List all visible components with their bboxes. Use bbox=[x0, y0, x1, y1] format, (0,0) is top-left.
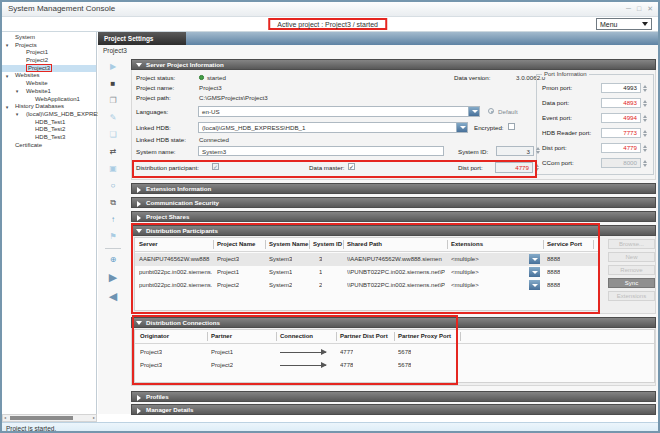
participant-row-project2[interactable]: punbt022pc.in002.siemens.net Project2 Sy… bbox=[135, 279, 599, 292]
col-partner-proxy-port: Partner Proxy Port bbox=[398, 333, 451, 339]
dropdown-arrow-icon[interactable] bbox=[468, 107, 479, 116]
event-port-field[interactable]: 4994 bbox=[601, 113, 641, 123]
section-communication-security[interactable]: Communication Security bbox=[131, 197, 656, 208]
status-bar: Project is started. bbox=[2, 422, 658, 433]
subtab-project3[interactable]: Project3 bbox=[103, 47, 127, 54]
dropdown-arrow-icon[interactable] bbox=[456, 123, 467, 132]
tree-item-website[interactable]: Website bbox=[2, 80, 96, 88]
distribution-participants-body: Server Project Name System Name System I… bbox=[131, 236, 656, 314]
plus-circle-icon[interactable]: ⊕ bbox=[103, 253, 123, 266]
spinner-icon[interactable] bbox=[643, 113, 648, 124]
extensions-dropdown-icon[interactable] bbox=[529, 280, 540, 290]
tree-item-system[interactable]: System bbox=[2, 34, 96, 42]
participant-row-project3[interactable]: AAENPU746562W.ww888 Project3 System3 3 \… bbox=[135, 253, 599, 266]
data-master-checkbox[interactable]: ✓ bbox=[348, 163, 355, 170]
arrow-up-icon[interactable]: ↑ bbox=[103, 213, 123, 226]
scroll-left-icon[interactable]: ◂ bbox=[4, 415, 6, 421]
section-server-project-information[interactable]: Server Project Information bbox=[131, 59, 656, 70]
section-extension-information[interactable]: Extension Information bbox=[131, 183, 656, 194]
spinner-icon[interactable] bbox=[643, 83, 648, 94]
section-profiles[interactable]: Profiles bbox=[131, 391, 656, 402]
spinner-icon[interactable] bbox=[536, 145, 541, 156]
circle-icon[interactable]: ○ bbox=[103, 179, 123, 192]
col-system-name: System Name bbox=[269, 241, 308, 247]
dist-port-field[interactable]: 4779 bbox=[495, 162, 533, 173]
network-icon[interactable]: ⧉ bbox=[103, 196, 123, 209]
scrollbar-thumb[interactable] bbox=[10, 416, 73, 420]
extensions-dropdown-icon[interactable] bbox=[529, 254, 540, 264]
menu-dropdown[interactable]: Menu bbox=[596, 18, 652, 30]
close-icon[interactable]: ✕ bbox=[647, 3, 653, 15]
connection-row-1[interactable]: Project3 Project1 4777 5678 bbox=[135, 347, 599, 360]
system-name-input[interactable]: System3 bbox=[198, 146, 444, 156]
connection-row-2[interactable]: Project3 Project2 4778 5678 bbox=[135, 360, 599, 373]
tree-item-project3[interactable]: Project3 bbox=[2, 65, 96, 73]
toolbar-divider bbox=[105, 248, 121, 249]
spinner-icon[interactable] bbox=[535, 162, 540, 173]
system-id-field[interactable]: 3 bbox=[496, 146, 534, 156]
title-bar: System Management Console ─ □ ✕ bbox=[2, 2, 658, 17]
status-started-icon bbox=[199, 75, 204, 80]
section-project-shares[interactable]: Project Shares bbox=[131, 211, 656, 222]
minimize-icon[interactable]: ─ bbox=[626, 3, 631, 15]
encrypted-checkbox[interactable] bbox=[508, 123, 515, 130]
dist-port-field[interactable]: 4779 bbox=[601, 143, 641, 153]
tree-item-hdb-test3[interactable]: HDB_Test3 bbox=[2, 134, 96, 142]
tab-project-settings[interactable]: Project Settings bbox=[98, 32, 186, 45]
remove-button[interactable]: Remove bbox=[608, 265, 655, 275]
tree-item-hdb-test1[interactable]: HDB_Test1 bbox=[2, 119, 96, 127]
tree-item-projects[interactable]: ▼Projects bbox=[2, 42, 96, 50]
section-distribution-connections[interactable]: Distribution Connections bbox=[131, 317, 656, 328]
swap-arrows-icon[interactable]: ⇄ bbox=[103, 145, 123, 158]
col-system-id: System ID bbox=[313, 241, 342, 247]
save-icon[interactable]: ▣ bbox=[103, 162, 123, 175]
new-button[interactable]: New bbox=[608, 252, 655, 262]
data-master-label: Data master: bbox=[309, 164, 344, 171]
pmon-port-field[interactable]: 4993 bbox=[601, 83, 641, 93]
extensions-dropdown-icon[interactable] bbox=[529, 267, 540, 277]
tree-item-local-hdb[interactable]: ▼(local)\GMS_HDB_EXPRES bbox=[2, 111, 96, 119]
sync-button[interactable]: Sync bbox=[608, 278, 655, 288]
maximize-icon[interactable]: □ bbox=[637, 3, 641, 15]
stop-icon[interactable]: ■ bbox=[103, 77, 123, 90]
tree-item-hdb-test2[interactable]: HDB_Test2 bbox=[2, 126, 96, 134]
spinner-icon[interactable] bbox=[643, 128, 648, 139]
linked-hdb-select[interactable]: (local)\GMS_HDB_EXPRESS\HDB_1 bbox=[198, 122, 468, 133]
pin-icon[interactable]: ⚑ bbox=[103, 230, 123, 243]
linked-hdb-state-label: Linked HDB state: bbox=[136, 136, 186, 143]
tree-item-website1[interactable]: ▼Website1 bbox=[2, 88, 96, 96]
play-icon[interactable]: ▶ bbox=[103, 60, 123, 73]
tree-item-websites[interactable]: ▼Websites bbox=[2, 72, 96, 80]
port-information-panel: Port Information Pmon port: 4993 Data po… bbox=[536, 74, 654, 175]
triangle-right-icon[interactable]: ▶ bbox=[103, 270, 123, 285]
spinner-icon[interactable] bbox=[643, 143, 648, 154]
port-row-dist: Dist port: 4779 bbox=[537, 143, 653, 155]
tree-item-project1[interactable]: Project1 bbox=[2, 49, 96, 57]
default-radio[interactable] bbox=[488, 108, 494, 114]
section-manager-details[interactable]: Manager Details bbox=[131, 404, 656, 415]
main-panel: Project Settings Project3 ▶ ■ ❐ ✎ ❏ ⇄ ▣ … bbox=[98, 32, 660, 414]
participant-row-project1[interactable]: punbt022pc.in002.siemens.net Project1 Sy… bbox=[135, 266, 599, 279]
languages-label: Languages: bbox=[136, 108, 168, 115]
col-extensions: Extensions bbox=[451, 241, 483, 247]
spinner-icon[interactable] bbox=[643, 98, 648, 109]
project-toolbar: ▶ ■ ❐ ✎ ❏ ⇄ ▣ ○ ⧉ ↑ ⚑ ⊕ ▶ ◀ bbox=[98, 60, 128, 350]
page-icon[interactable]: ❐ bbox=[103, 94, 123, 107]
status-text: Project is started. bbox=[6, 425, 56, 432]
copy-icon[interactable]: ❏ bbox=[103, 128, 123, 141]
scroll-right-icon[interactable]: ▸ bbox=[93, 415, 95, 421]
tree-item-history-databases[interactable]: ▼History Databases bbox=[2, 103, 96, 111]
tree-item-webapplication1[interactable]: WebApplication1 bbox=[2, 96, 96, 104]
languages-select[interactable]: en-US bbox=[198, 106, 480, 117]
pencil-icon[interactable]: ✎ bbox=[103, 111, 123, 124]
data-port-field[interactable]: 4893 bbox=[601, 98, 641, 108]
browse-button[interactable]: Browse... bbox=[608, 239, 655, 249]
triangle-left-icon[interactable]: ◀ bbox=[103, 289, 123, 304]
window-title: System Management Console bbox=[8, 4, 115, 13]
section-distribution-participants[interactable]: Distribution Participants bbox=[131, 225, 656, 236]
tree-horizontal-scrollbar[interactable]: ◂ ▸ bbox=[2, 414, 97, 422]
hdb-reader-port-field[interactable]: 7773 bbox=[601, 128, 641, 138]
port-row-event: Event port: 4994 bbox=[537, 113, 653, 125]
tree-item-certificate[interactable]: Certificate bbox=[2, 142, 96, 150]
extensions-button[interactable]: Extensions bbox=[608, 291, 655, 301]
